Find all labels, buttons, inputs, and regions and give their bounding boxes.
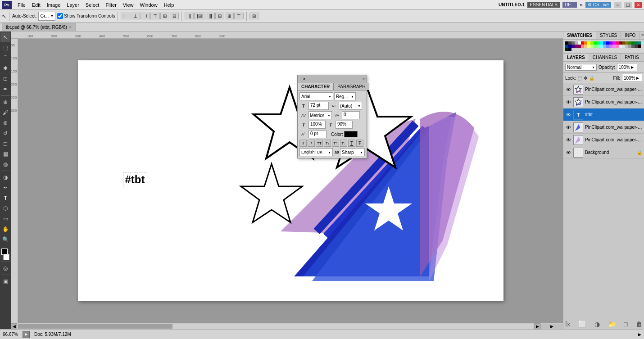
swatch[interactable] xyxy=(622,45,625,48)
swatch[interactable] xyxy=(609,41,612,45)
menu-filter[interactable]: Filter xyxy=(102,1,119,9)
crop-tool[interactable]: ⊡ xyxy=(0,74,10,84)
swatch[interactable] xyxy=(578,41,581,45)
doc-tab-close[interactable]: × xyxy=(69,25,72,29)
layer-eye-1[interactable]: 👁 xyxy=(565,87,571,92)
swatch[interactable] xyxy=(609,45,612,48)
cs-live-btn[interactable]: ⚙ CS Live xyxy=(585,2,611,8)
menu-file[interactable]: File xyxy=(14,1,29,9)
menu-image[interactable]: Image xyxy=(44,1,64,9)
swatch[interactable] xyxy=(584,45,587,48)
align-bottom-btn[interactable]: ⊟ xyxy=(170,13,179,19)
move-tool[interactable]: ↖ xyxy=(0,32,10,42)
minimize-btn[interactable]: − xyxy=(614,2,621,8)
kerning-dropdown[interactable]: Metrics ▼ xyxy=(308,111,332,119)
swatch[interactable] xyxy=(631,41,635,45)
auto-select-dropdown[interactable]: Gr... ▼ xyxy=(38,12,55,21)
scroll-right-btn[interactable]: ▶ xyxy=(534,323,540,330)
menu-help[interactable]: Help xyxy=(161,1,177,9)
swatch[interactable] xyxy=(638,45,641,48)
swatch[interactable] xyxy=(600,45,603,48)
scroll-indicator-arrow[interactable]: ▶ xyxy=(638,332,641,337)
swatch[interactable] xyxy=(594,45,597,48)
layer-item-3[interactable]: 👁 T #tbt xyxy=(563,108,644,121)
brush-tool[interactable]: 🖌 xyxy=(0,108,10,118)
h-scroll-track[interactable] xyxy=(18,324,533,329)
color-swatch[interactable] xyxy=(344,131,358,137)
swatch[interactable] xyxy=(631,45,635,48)
swatch[interactable] xyxy=(606,41,609,45)
swatch[interactable] xyxy=(603,45,606,48)
fmt-strikethrough[interactable]: T xyxy=(356,140,363,147)
swatch[interactable] xyxy=(616,45,619,48)
menu-select[interactable]: Select xyxy=(82,1,103,9)
swatch[interactable] xyxy=(600,41,603,45)
lock-pixels-btn[interactable]: ⬚ xyxy=(578,76,582,81)
swatch[interactable] xyxy=(568,41,571,45)
swatch[interactable] xyxy=(612,41,616,45)
fmt-underline[interactable]: T xyxy=(348,140,355,147)
swatch[interactable] xyxy=(590,41,594,45)
swatch[interactable] xyxy=(628,41,631,45)
font-size-field[interactable]: 72 pt xyxy=(308,102,329,110)
swatch[interactable] xyxy=(635,41,638,45)
screen-mode-btn[interactable]: ▣ xyxy=(0,276,10,286)
fmt-superscript[interactable]: T⁺ xyxy=(332,140,339,147)
eraser-tool[interactable]: ◻ xyxy=(0,139,10,149)
new-group-btn[interactable]: 📁 xyxy=(608,321,616,328)
swatch[interactable] xyxy=(590,45,594,48)
quick-mask-btn[interactable]: ◎ xyxy=(0,263,10,273)
scroll-left-btn[interactable]: ◀ xyxy=(11,323,17,330)
swatch[interactable] xyxy=(625,45,628,48)
swatch[interactable] xyxy=(587,41,590,45)
menu-window[interactable]: Window xyxy=(137,1,161,9)
dist-center-btn[interactable]: |⊞| xyxy=(194,13,205,19)
heal-tool[interactable]: ⊕ xyxy=(0,97,10,107)
scale-h-field[interactable]: 90% xyxy=(336,121,353,129)
hand-tool[interactable]: ✋ xyxy=(0,224,10,234)
history-tool[interactable]: ↺ xyxy=(0,128,10,138)
tbt-text-layer[interactable]: #tbt xyxy=(123,172,147,187)
swatch[interactable] xyxy=(612,45,616,48)
new-layer-btn[interactable]: □ xyxy=(624,321,627,328)
add-mask-btn[interactable]: ⬜ xyxy=(578,321,586,328)
layer-item-4[interactable]: 👁 PinClipart.com_wallpaper-cli... xyxy=(563,121,644,134)
swatch[interactable] xyxy=(565,41,568,45)
eyedropper-tool[interactable]: ✒ xyxy=(0,84,10,94)
text-tool[interactable]: T xyxy=(0,193,10,203)
auto-align-btn[interactable]: ⊞ xyxy=(249,13,259,19)
swatch[interactable] xyxy=(571,41,575,45)
swatch[interactable] xyxy=(571,45,575,48)
swatch[interactable] xyxy=(565,48,568,51)
gradient-tool[interactable]: ▦ xyxy=(0,149,10,159)
zoom-tool[interactable]: 🔍 xyxy=(0,235,10,244)
swatch[interactable] xyxy=(606,45,609,48)
tab-swatches[interactable]: SWATCHES xyxy=(563,32,596,39)
swatch[interactable] xyxy=(584,41,587,45)
swatch[interactable] xyxy=(597,45,600,48)
tab-layers[interactable]: LAYERS xyxy=(563,54,589,61)
swatch[interactable] xyxy=(625,41,628,45)
fmt-italic[interactable]: T xyxy=(308,140,315,147)
blur-tool[interactable]: ◍ xyxy=(0,159,10,169)
fmt-bold[interactable]: T xyxy=(299,140,307,147)
close-btn[interactable]: × xyxy=(635,2,642,8)
scale-v-field[interactable]: 100% xyxy=(308,121,326,129)
layer-eye-4[interactable]: 👁 xyxy=(565,125,571,130)
path-tool[interactable]: ⬡ xyxy=(0,203,10,213)
expand-icon[interactable]: » xyxy=(580,2,583,8)
h-scrollbar[interactable]: ◀ ▶ ▶ xyxy=(11,323,563,329)
h-scroll-thumb[interactable] xyxy=(18,324,172,329)
layer-item-5[interactable]: 👁 PinClipart.com_wallpaper-cli... xyxy=(563,134,644,146)
layer-eye-background[interactable]: 👁 xyxy=(565,150,571,155)
restore-btn[interactable]: □ xyxy=(624,2,632,8)
swatch[interactable] xyxy=(594,41,597,45)
leading-dropdown[interactable]: (Auto) ▼ xyxy=(339,102,362,110)
layer-eye-3[interactable]: 👁 xyxy=(565,112,571,118)
show-transform-checkbox[interactable] xyxy=(57,13,63,19)
layer-item-2[interactable]: 👁 PinClipart.com_wallpaper-cli... xyxy=(563,96,644,108)
swatch[interactable] xyxy=(616,41,619,45)
fmt-subscript[interactable]: T₋ xyxy=(340,140,347,147)
zoom-icon[interactable]: ▶ xyxy=(23,331,30,338)
swatch[interactable] xyxy=(581,45,584,48)
